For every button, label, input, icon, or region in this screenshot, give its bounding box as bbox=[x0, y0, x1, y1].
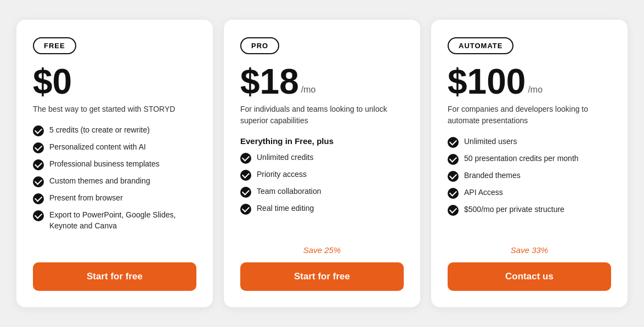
price-period-automate: /mo bbox=[528, 85, 543, 95]
plan-badge-free: FREE bbox=[33, 37, 76, 54]
check-icon bbox=[448, 137, 459, 148]
feature-text: API Access bbox=[464, 187, 503, 198]
pricing-card-free: FREE$0The best way to get started with S… bbox=[16, 20, 213, 307]
price-row-pro: $18/mo bbox=[240, 64, 404, 99]
save-text-automate: Save 33% bbox=[448, 245, 611, 255]
check-icon bbox=[33, 210, 44, 221]
check-icon bbox=[240, 153, 251, 164]
plan-badge-pro: PRO bbox=[240, 37, 279, 54]
features-header-pro: Everything in Free, plus bbox=[240, 136, 404, 146]
list-item: Custom themes and branding bbox=[33, 176, 196, 187]
feature-text: Present from browser bbox=[49, 193, 123, 204]
feature-text: Branded themes bbox=[464, 170, 521, 181]
check-icon bbox=[33, 125, 44, 136]
cta-button-automate[interactable]: Contact us bbox=[448, 262, 611, 291]
pricing-container: FREE$0The best way to get started with S… bbox=[11, 20, 633, 307]
check-icon bbox=[240, 170, 251, 181]
list-item: Priority access bbox=[240, 169, 404, 181]
feature-text: Professional business templates bbox=[49, 159, 160, 170]
check-icon bbox=[448, 154, 459, 165]
price-period-pro: /mo bbox=[301, 85, 316, 95]
feature-text: 5 credits (to create or rewrite) bbox=[49, 125, 150, 136]
list-item: API Access bbox=[448, 187, 611, 199]
plan-description-automate: For companies and developers looking to … bbox=[448, 104, 611, 127]
pricing-card-automate: AUTOMATE$100/moFor companies and develop… bbox=[431, 20, 628, 307]
feature-text: Personalized content with AI bbox=[49, 142, 146, 153]
feature-list-pro: Unlimited creditsPriority accessTeam col… bbox=[240, 152, 404, 235]
check-icon bbox=[448, 205, 459, 216]
check-icon bbox=[448, 188, 459, 199]
feature-text: Export to PowerPoint, Google Slides, Key… bbox=[49, 210, 196, 231]
plan-description-pro: For individuals and teams looking to unl… bbox=[240, 104, 404, 127]
price-row-free: $0 bbox=[33, 64, 196, 99]
feature-text: $500/mo per private structure bbox=[464, 204, 564, 215]
check-icon bbox=[33, 176, 44, 187]
cta-button-free[interactable]: Start for free bbox=[33, 262, 196, 291]
check-icon bbox=[33, 142, 44, 153]
feature-text: Unlimited credits bbox=[257, 152, 313, 163]
list-item: Real time editing bbox=[240, 203, 404, 215]
list-item: Unlimited users bbox=[448, 136, 611, 148]
list-item: 50 presentation credits per month bbox=[448, 153, 611, 165]
price-amount-free: $0 bbox=[33, 64, 72, 99]
list-item: Personalized content with AI bbox=[33, 142, 196, 153]
price-row-automate: $100/mo bbox=[448, 64, 611, 99]
list-item: Export to PowerPoint, Google Slides, Key… bbox=[33, 210, 196, 231]
feature-list-automate: Unlimited users50 presentation credits p… bbox=[448, 136, 611, 235]
feature-text: 50 presentation credits per month bbox=[464, 153, 579, 164]
check-icon bbox=[240, 204, 251, 215]
feature-text: Priority access bbox=[257, 169, 307, 180]
plan-description-free: The best way to get started with STORYD bbox=[33, 104, 196, 115]
check-icon bbox=[33, 193, 44, 204]
list-item: $500/mo per private structure bbox=[448, 204, 611, 216]
cta-button-pro[interactable]: Start for free bbox=[240, 262, 404, 291]
check-icon bbox=[33, 159, 44, 170]
feature-text: Real time editing bbox=[257, 203, 314, 214]
pricing-card-pro: PRO$18/moFor individuals and teams looki… bbox=[224, 20, 420, 307]
save-text-pro: Save 25% bbox=[240, 245, 404, 255]
feature-text: Custom themes and branding bbox=[49, 176, 150, 187]
list-item: Team collaboration bbox=[240, 186, 404, 198]
check-icon bbox=[448, 171, 459, 182]
feature-text: Unlimited users bbox=[464, 136, 517, 147]
check-icon bbox=[240, 187, 251, 198]
list-item: Unlimited credits bbox=[240, 152, 404, 164]
price-amount-pro: $18 bbox=[240, 64, 299, 99]
list-item: Professional business templates bbox=[33, 159, 196, 170]
list-item: Present from browser bbox=[33, 193, 196, 204]
plan-badge-automate: AUTOMATE bbox=[448, 37, 513, 54]
feature-list-free: 5 credits (to create or rewrite)Personal… bbox=[33, 125, 196, 237]
price-amount-automate: $100 bbox=[448, 64, 526, 99]
feature-text: Team collaboration bbox=[257, 186, 321, 197]
list-item: Branded themes bbox=[448, 170, 611, 182]
list-item: 5 credits (to create or rewrite) bbox=[33, 125, 196, 136]
